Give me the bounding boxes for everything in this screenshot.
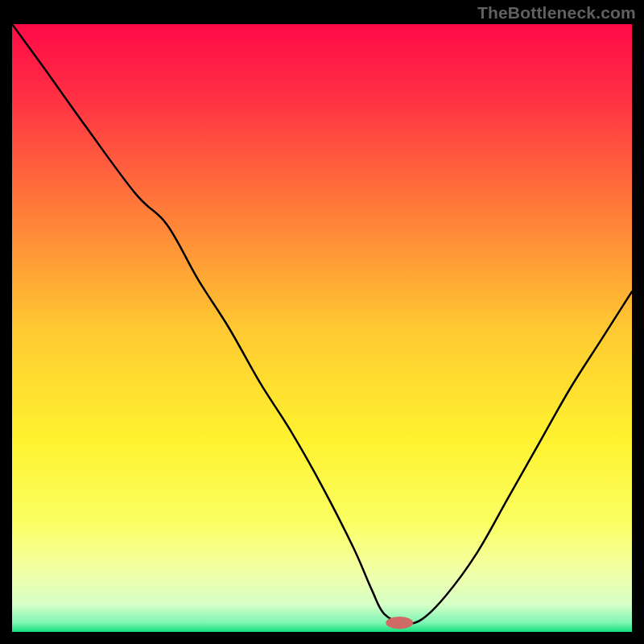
heatmap-background — [12, 24, 632, 632]
chart-svg — [12, 24, 632, 632]
plot-area — [12, 24, 632, 632]
chart-frame: TheBottleneck.com — [0, 0, 644, 644]
optimal-marker — [386, 617, 413, 629]
watermark-label: TheBottleneck.com — [477, 3, 636, 23]
